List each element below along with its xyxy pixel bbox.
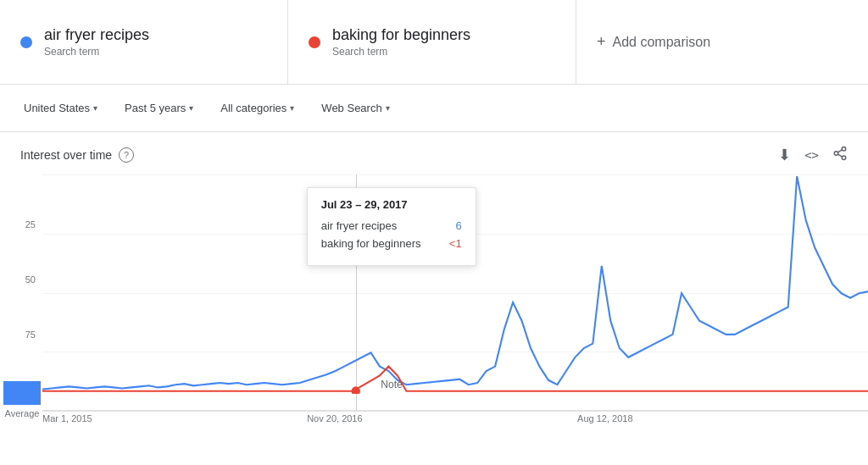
y-label-50: 50 (25, 274, 36, 285)
tooltip-row-1: air fryer recipes 6 (321, 219, 462, 232)
plus-icon: + (597, 33, 606, 51)
y-label-75: 75 (25, 329, 36, 340)
tooltip-val1: 6 (455, 219, 461, 232)
time-chevron-icon: ▾ (189, 103, 193, 113)
time-range-label: Past 5 years (125, 102, 186, 114)
svg-point-1 (834, 152, 838, 156)
chart-title-area: Interest over time ? (20, 147, 134, 163)
y-label-25: 25 (25, 219, 36, 230)
tooltip-val2: <1 (449, 237, 462, 250)
y-axis: 100 75 50 25 (0, 174, 42, 412)
term1-info: air fryer recipes Search term (44, 26, 149, 58)
tooltip-term2: baking for beginners (321, 237, 421, 250)
x-label-1: Mar 1, 2015 (42, 413, 92, 423)
region-filter[interactable]: United States ▾ (14, 97, 108, 119)
term2-name: baking for beginners (332, 26, 470, 44)
average-label: Average (5, 408, 40, 418)
search-type-chevron-icon: ▾ (386, 103, 390, 113)
search-term-2[interactable]: baking for beginners Search term (288, 0, 576, 84)
chart-section: Interest over time ? ⬇ <> 100 75 50 (0, 132, 868, 437)
term1-name: air fryer recipes (44, 26, 149, 44)
svg-point-2 (842, 156, 846, 160)
svg-line-4 (837, 150, 842, 152)
help-icon[interactable]: ? (119, 147, 134, 163)
region-label: United States (24, 102, 90, 114)
tooltip: Jul 23 – 29, 2017 air fryer recipes 6 ba… (307, 187, 476, 266)
x-axis: Mar 1, 2015 Nov 20, 2016 Aug 12, 2018 (0, 410, 848, 423)
term2-type: Search term (332, 46, 470, 58)
tooltip-date: Jul 23 – 29, 2017 (321, 198, 462, 211)
chart-area[interactable]: Jul 23 – 29, 2017 air fryer recipes 6 ba… (42, 174, 868, 412)
chart-header: Interest over time ? ⬇ <> (0, 132, 868, 171)
term2-info: baking for beginners Search term (332, 26, 470, 58)
download-icon[interactable]: ⬇ (778, 146, 791, 164)
search-type-label: Web Search (321, 102, 381, 114)
add-comparison-label: Add comparison (613, 35, 711, 50)
chart-inner: 100 75 50 25 (0, 174, 868, 412)
term2-dot (309, 36, 320, 48)
svg-point-0 (842, 147, 846, 152)
average-section: Average (3, 381, 41, 418)
search-terms-bar: air fryer recipes Search term baking for… (0, 0, 868, 85)
region-chevron-icon: ▾ (93, 103, 97, 113)
term1-dot (20, 36, 32, 48)
tooltip-term1: air fryer recipes (321, 219, 398, 232)
tooltip-row-2: baking for beginners <1 (321, 237, 462, 250)
time-range-filter[interactable]: Past 5 years ▾ (114, 97, 203, 119)
search-term-1[interactable]: air fryer recipes Search term (0, 0, 288, 84)
add-comparison-button[interactable]: + Add comparison (576, 0, 868, 84)
chart-wrapper: 100 75 50 25 (0, 174, 868, 437)
x-label-3: Aug 12, 2018 (577, 413, 632, 423)
chart-title: Interest over time (20, 148, 112, 162)
category-filter[interactable]: All categories ▾ (210, 97, 304, 119)
category-chevron-icon: ▾ (290, 103, 294, 113)
x-label-2: Nov 20, 2016 (307, 413, 362, 423)
filter-bar: United States ▾ Past 5 years ▾ All categ… (0, 85, 868, 132)
category-label: All categories (220, 102, 287, 114)
code-icon[interactable]: <> (804, 148, 819, 162)
chart-actions: ⬇ <> (778, 146, 848, 164)
share-icon[interactable] (832, 146, 848, 164)
note-label: Note (381, 379, 402, 390)
term1-type: Search term (44, 46, 149, 58)
search-type-filter[interactable]: Web Search ▾ (311, 97, 399, 119)
average-bar (3, 381, 41, 405)
svg-line-3 (837, 154, 842, 157)
